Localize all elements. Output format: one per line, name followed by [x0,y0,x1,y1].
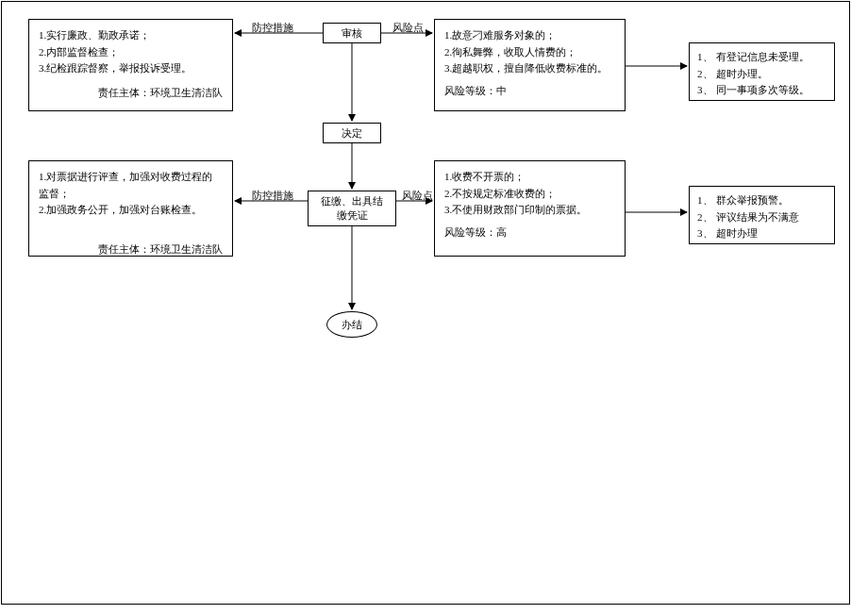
text: 2.徇私舞弊，收取人情费的； [444,44,615,61]
risk-level: 风险等级：中 [444,83,615,100]
responsible-label: 责任主体：环境卫生清洁队 [39,85,223,102]
edge-label-prevent-1: 防控措施 [252,21,293,35]
text: 评议结果为不满意 [716,209,799,226]
num: 3、 [697,225,716,242]
text: 3.纪检跟踪督察，举报投诉受理。 [39,60,223,77]
node-audit: 审核 [323,23,381,43]
text: 超时办理 [716,225,758,242]
risk-box-1: 1.故意刁难服务对象的； 2.徇私舞弊，收取人情费的； 3.超越职权，擅自降低收… [434,19,626,111]
responsible-label: 责任主体：环境卫生清洁队 [39,241,223,258]
risk-box-2: 1.收费不开票的； 2.不按规定标准收费的； 3.不使用财政部门印制的票据。 风… [434,160,626,257]
text: 3.不使用财政部门印制的票据。 [444,202,615,219]
text: 1.收费不开票的； [444,169,615,186]
text: 群众举报预警。 [716,192,789,209]
text: 1.故意刁难服务对象的； [444,27,615,44]
text: 2.加强政务公开，加强对台账检查。 [39,202,223,219]
node-label: 审核 [342,26,362,41]
text: 3.超越职权，擅自降低收费标准的。 [444,60,615,77]
num: 3、 [697,82,716,99]
node-collect: 征缴、出具结 缴凭证 [308,191,396,226]
text: 有登记信息未受理。 [716,49,810,66]
num: 1、 [697,192,716,209]
text: 1.实行廉政、勤政承诺； [39,27,223,44]
text: 同一事项多次等级。 [716,82,810,99]
prevention-box-1: 1.实行廉政、勤政承诺； 2.内部监督检查； 3.纪检跟踪督察，举报投诉受理。 … [28,19,233,111]
node-label: 决定 [342,126,362,141]
edge-label-risk-2: 风险点 [402,189,433,203]
num: 2、 [697,209,716,226]
text: 超时办理。 [716,66,768,83]
node-label-line1: 征缴、出具结 [321,194,383,208]
text: 1.对票据进行评查，加强对收费过程的监督； [39,169,223,202]
node-decide: 决定 [323,123,381,143]
node-done: 办结 [326,311,377,338]
prevention-box-2: 1.对票据进行评查，加强对收费过程的监督； 2.加强政务公开，加强对台账检查。 … [28,160,233,257]
num: 1、 [697,49,716,66]
edge-label-prevent-2: 防控措施 [252,189,293,203]
outcome-box-2: 1、群众举报预警。 2、评议结果为不满意 3、超时办理 [689,186,835,244]
node-label-line2: 缴凭证 [337,208,368,223]
outcome-box-1: 1、有登记信息未受理。 2、超时办理。 3、同一事项多次等级。 [689,42,835,101]
num: 2、 [697,66,716,83]
node-label: 办结 [342,318,362,332]
text: 2.内部监督检查； [39,44,223,61]
text: 2.不按规定标准收费的； [444,186,615,203]
risk-level: 风险等级：高 [444,224,615,241]
edge-label-risk-1: 风险点 [392,21,424,35]
